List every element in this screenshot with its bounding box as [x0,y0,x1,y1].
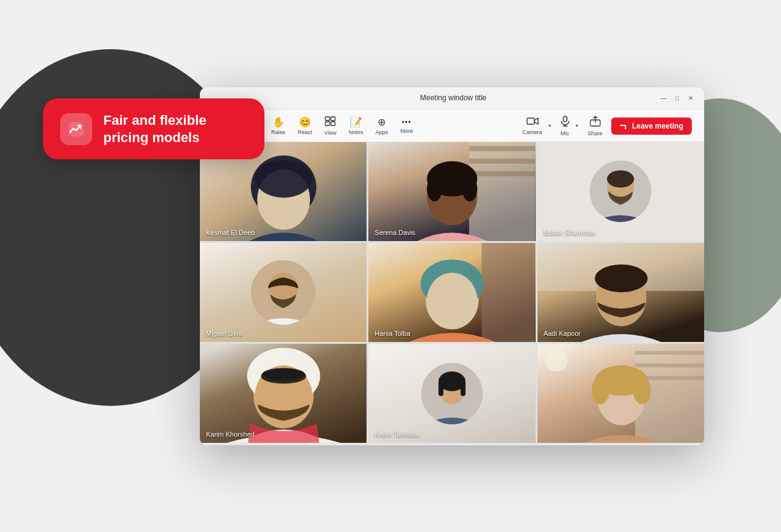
phone-icon [620,123,628,129]
participant-name-6: Aadi Kapoor [544,330,581,337]
video-cell-9 [537,344,704,443]
mic-arrow[interactable]: ▾ [574,123,579,129]
raise-label: Raise [271,129,285,135]
svg-rect-54 [438,381,443,396]
trend-icon [67,120,85,138]
svg-point-43 [595,264,648,292]
svg-point-17 [255,159,312,197]
mic-group: Mic ▾ [556,113,579,139]
notes-label: Notes [349,129,363,135]
camera-group: Camera ▾ [518,114,552,138]
leave-button-label: Leave meeting [632,122,683,130]
video-cell-7: Karim Khorshed [200,344,367,443]
close-button[interactable]: ✕ [687,94,694,101]
toolbar-view[interactable]: View [320,114,341,138]
svg-rect-0 [69,122,84,137]
camera-icon [526,117,539,128]
participant-name-7: Karim Khorshed [206,431,255,438]
minimize-button[interactable]: — [660,94,667,101]
svg-rect-8 [563,116,567,122]
svg-rect-55 [461,381,466,396]
svg-rect-58 [635,351,704,355]
video-cell-5: Hania Tolba [368,243,535,342]
toolbar-apps[interactable]: ⊕ Apps [370,114,393,138]
participant-name-1: Kesmat El Deeb [206,229,255,236]
share-icon [590,116,601,129]
raise-icon: ✋ [272,116,285,128]
mic-label: Mic [561,130,569,137]
teams-window: Meeting window title — □ ✕ 💬 Chat [200,87,704,445]
video-cell-8: Keiko Tannaka [368,344,535,443]
apps-icon: ⊕ [378,116,386,128]
toolbar: 💬 Chat 9 People ✋ Raise [200,109,704,142]
av-controls: Camera ▾ Mic ▾ [518,113,692,139]
svg-point-50 [262,368,305,380]
svg-rect-21 [469,158,536,163]
toolbar-mic[interactable]: Mic [556,113,574,139]
svg-rect-3 [325,117,330,121]
participant-name-4: Miguel Silva [206,330,242,337]
svg-rect-5 [325,122,330,125]
view-icon [325,116,336,129]
toolbar-more[interactable]: ••• More [395,116,418,137]
video-cell-3: Babak Shammas [537,142,704,241]
svg-rect-4 [331,117,335,121]
svg-point-38 [427,272,478,328]
react-icon: 😊 [299,116,311,128]
toolbar-raise[interactable]: ✋ Raise [266,114,290,138]
svg-rect-59 [635,363,704,367]
toolbar-notes[interactable]: 📝 Notes [344,114,368,138]
svg-rect-34 [482,243,536,342]
video-grid: Kesmat El Deeb [200,142,704,443]
miguel-avatar [251,260,315,325]
toolbar-camera[interactable]: Camera [518,114,547,138]
participant-name-5: Hania Tolba [375,330,410,337]
svg-point-26 [427,176,443,201]
svg-rect-20 [469,146,536,151]
title-bar: Meeting window title — □ ✕ [200,87,704,109]
camera-label: Camera [523,129,542,135]
participant-name-2: Serena Davis [375,229,415,236]
toolbar-share[interactable]: Share [583,113,608,139]
share-label: Share [588,130,603,137]
more-label: More [400,128,413,134]
apps-label: Apps [375,129,388,135]
video-cell-6: Aadi Kapoor [537,243,704,342]
participant-name-3: Babak Shammas [544,229,595,236]
bottom-bar [200,443,704,445]
svg-rect-6 [331,122,335,125]
keiko-avatar [421,363,483,424]
babak-avatar [590,161,651,222]
mic-icon [561,116,569,129]
svg-point-27 [462,176,478,201]
svg-rect-7 [527,118,534,124]
react-label: React [298,129,312,135]
video-cell-4: Miguel Silva [200,243,367,342]
maximize-button[interactable]: □ [673,94,681,101]
leave-meeting-button[interactable]: Leave meeting [611,117,692,135]
pricing-badge: Fair and flexible pricing models [43,98,264,159]
svg-rect-19 [469,142,536,241]
svg-rect-22 [469,171,536,176]
title-bar-controls: — □ ✕ [660,94,694,101]
badge-icon-wrap [60,113,92,145]
view-label: View [325,130,336,136]
camera-arrow[interactable]: ▾ [547,123,552,129]
toolbar-react[interactable]: 😊 React [293,114,317,138]
badge-text: Fair and flexible pricing models [103,112,247,146]
svg-point-65 [592,377,609,405]
svg-point-61 [545,349,568,372]
window-title: Meeting window title [247,93,660,102]
more-icon: ••• [402,118,411,127]
notes-icon: 📝 [350,116,362,128]
svg-point-30 [607,170,634,188]
svg-point-66 [633,377,651,405]
video-cell-2: Serena Davis [368,142,535,241]
participant-name-8: Keiko Tannaka [375,431,419,438]
